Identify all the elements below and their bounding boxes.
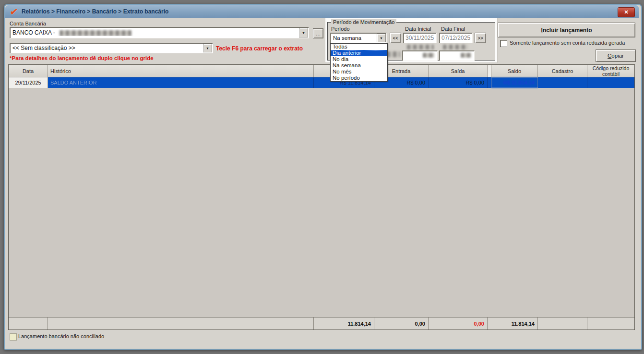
periodo-dropdown-list: Todas Dia anterior No dia Na semana No m… xyxy=(330,43,388,82)
copiar-label: Copiar xyxy=(608,53,624,59)
chevron-down-icon: ▼ xyxy=(302,31,305,35)
bank-name-visible: BANCO CAIXA - xyxy=(12,29,55,36)
incluir-lancamento-label: Incluir lançamento xyxy=(541,27,592,34)
extrato-grid: Data Histórico Entrada Saída Saldo Cadas… xyxy=(8,64,635,330)
data-final-field[interactable]: 07/12/2025 xyxy=(439,33,473,43)
periodo-combobox[interactable]: Na semana ▼ xyxy=(330,33,387,43)
data-inicial-label: Data Inicial xyxy=(405,26,431,32)
previous-period-button[interactable]: << xyxy=(390,33,401,43)
periodo-option-todas[interactable]: Todas xyxy=(331,44,387,50)
somente-sem-conta-reduzida-checkbox[interactable] xyxy=(500,40,507,47)
data-inicial-field[interactable]: 30/11/2025 xyxy=(403,33,437,43)
app-window: ✔ Relatórios > Financeiro > Bancário > E… xyxy=(4,4,642,350)
cell-data: 29/11/2025 xyxy=(9,77,48,88)
ellipsis-icon: … xyxy=(316,31,321,37)
valor-final-label-redacted xyxy=(443,45,468,49)
conta-bancaria-combobox[interactable]: BANCO CAIXA - ▼ xyxy=(10,27,309,38)
valor-final-field-redacted[interactable] xyxy=(439,50,475,61)
cell-saida: R$ 0,00 xyxy=(429,77,488,88)
bank-name-redacted xyxy=(60,30,131,36)
total-saida: 0,00 xyxy=(429,317,488,330)
somente-sem-conta-reduzida-label[interactable]: Somente lançamento sem conta reduzida ge… xyxy=(510,40,625,46)
total-saldo: 11.814,14 xyxy=(488,317,538,330)
periodo-option-no-mes[interactable]: No mês xyxy=(331,69,387,75)
conta-bancaria-dropdown-button[interactable]: ▼ xyxy=(299,28,308,37)
classificacao-combobox[interactable]: << Sem classificação >> ▼ xyxy=(10,43,213,53)
nao-conciliado-color-swatch xyxy=(10,333,17,341)
panel-text-redacted xyxy=(387,51,400,57)
classificacao-value: << Sem classificação >> xyxy=(10,45,203,51)
cell-spacer xyxy=(488,77,491,88)
close-button[interactable]: ✕ xyxy=(618,7,635,17)
nao-conciliado-label: Lançamento bancário não conciliado xyxy=(18,333,104,339)
total-codigo xyxy=(587,317,634,330)
col-header-historico[interactable]: Histórico xyxy=(48,65,314,77)
window-title: Relatórios > Financeiro > Bancário > Ext… xyxy=(22,8,168,15)
valor-inicial-content-redacted xyxy=(423,53,434,58)
incluir-lancamento-button[interactable]: Incluir lançamento xyxy=(498,23,635,37)
app-logo-check-icon: ✔ xyxy=(10,7,19,16)
col-header-cadastro[interactable]: Cadastro xyxy=(538,65,587,77)
conta-bancaria-value: BANCO CAIXA - xyxy=(10,29,298,36)
valor-inicial-field-redacted[interactable] xyxy=(402,50,438,61)
total-empty-historico xyxy=(48,317,314,330)
cell-codigo-reduzido xyxy=(587,77,634,88)
data-final-label: Data Final xyxy=(441,26,465,32)
title-bar: ✔ Relatórios > Financeiro > Bancário > E… xyxy=(5,5,639,18)
screen: ✔ Relatórios > Financeiro > Bancário > E… xyxy=(0,0,644,354)
periodo-option-no-dia[interactable]: No dia xyxy=(331,56,387,62)
chevron-down-icon: ▼ xyxy=(206,47,209,50)
col-header-spacer xyxy=(488,65,491,77)
conta-bancaria-label: Conta Bancária xyxy=(10,21,46,26)
hint-f6: Tecle F6 para carregar o extrato xyxy=(216,45,303,52)
valor-final-content-redacted xyxy=(461,53,471,58)
periodo-dropdown-button[interactable]: ▼ xyxy=(377,34,386,42)
cell-cadastro xyxy=(538,77,587,88)
total-entrada: 0,00 xyxy=(374,317,429,330)
close-icon: ✕ xyxy=(624,9,628,15)
periodo-groupbox-title: Período de Movimentação xyxy=(331,19,396,25)
periodo-option-na-semana[interactable]: Na semana xyxy=(331,62,387,69)
cell-saldo: R$ 11.814,14 xyxy=(491,77,538,88)
periodo-label: Período xyxy=(331,26,350,32)
chevron-down-icon: ▼ xyxy=(380,37,383,40)
classificacao-dropdown-button[interactable]: ▼ xyxy=(203,44,212,52)
bank-lookup-button[interactable]: … xyxy=(313,28,323,38)
col-header-saldo[interactable]: Saldo xyxy=(491,65,538,77)
next-period-button[interactable]: >> xyxy=(475,33,486,43)
col-header-data[interactable]: Data xyxy=(9,65,48,77)
total-empty-data xyxy=(9,317,48,330)
periodo-value: Na semana xyxy=(331,35,376,41)
cell-historico: SALDO ANTERIOR xyxy=(48,77,314,88)
valor-inicial-label-redacted xyxy=(407,45,434,49)
total-cadastro xyxy=(538,317,587,330)
col-header-saida[interactable]: Saída xyxy=(429,65,488,77)
col-header-codigo-reduzido[interactable]: Código reduzido contábil xyxy=(587,65,634,77)
copiar-button[interactable]: Copiar xyxy=(596,49,636,62)
total-valor: 11.814,14 xyxy=(314,317,374,330)
periodo-option-dia-anterior[interactable]: Dia anterior xyxy=(331,50,387,56)
periodo-option-no-periodo[interactable]: No período xyxy=(331,75,387,81)
hint-doubleclick: *Para detalhes do lançamento dê duplo cl… xyxy=(10,55,154,61)
